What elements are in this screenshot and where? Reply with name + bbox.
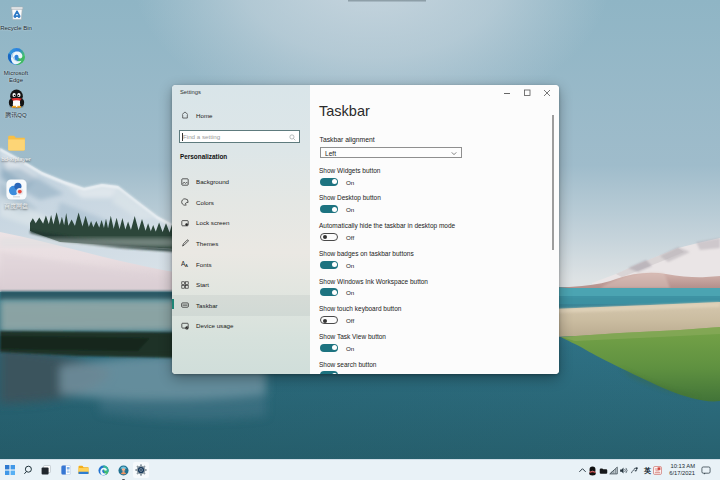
svg-text:A: A: [185, 263, 188, 268]
